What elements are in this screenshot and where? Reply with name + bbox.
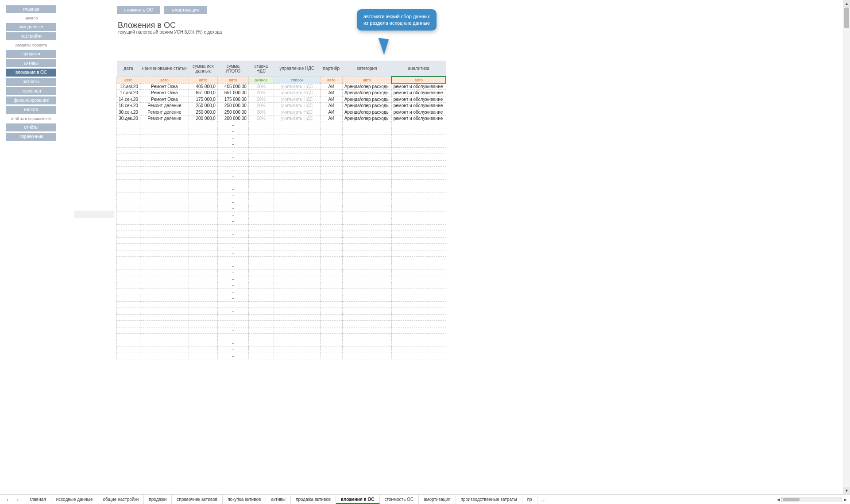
table-row-empty[interactable]: - [117, 135, 446, 141]
cell[interactable]: учитывать НДС [274, 90, 320, 96]
cell-empty[interactable]: - [217, 340, 248, 346]
cell-empty[interactable] [342, 340, 391, 346]
hscroll-right-arrow[interactable]: ▶ [842, 496, 848, 503]
cell-empty[interactable] [342, 244, 391, 250]
cell[interactable]: АИ [320, 115, 342, 122]
cell-empty[interactable] [391, 314, 446, 321]
cell-empty[interactable] [189, 173, 217, 180]
cell-empty[interactable] [140, 295, 189, 302]
cell-empty[interactable] [248, 250, 274, 257]
cell-empty[interactable] [320, 353, 342, 359]
table-row[interactable]: 14.сен.20Ремонт Окна175 000,0175 000,002… [117, 96, 446, 103]
cell-empty[interactable] [248, 154, 274, 161]
sidebar-item-7[interactable]: вложения в ОС [6, 69, 56, 77]
cell-empty[interactable] [320, 308, 342, 315]
cell-empty[interactable] [140, 334, 189, 340]
cell-empty[interactable] [248, 180, 274, 186]
table-row[interactable]: 30.дек.20Ремонт деление200 000,0200 000,… [117, 115, 446, 122]
cell-empty[interactable] [274, 212, 320, 218]
cell-empty[interactable] [274, 250, 320, 257]
cell-empty[interactable] [342, 199, 391, 205]
table-row-empty[interactable]: - [117, 314, 446, 321]
cell[interactable]: Ремонт Окна [140, 90, 189, 96]
cell-empty[interactable] [391, 321, 446, 327]
cell-empty[interactable] [274, 192, 320, 199]
cell-empty[interactable] [189, 154, 217, 161]
cell[interactable]: 20% [248, 96, 274, 103]
cell-empty[interactable] [140, 346, 189, 353]
cell[interactable]: 651 000,0 [189, 90, 217, 96]
cell-empty[interactable] [117, 289, 140, 295]
cell-empty[interactable] [140, 353, 189, 359]
cell-empty[interactable] [189, 346, 217, 353]
cell-empty[interactable] [248, 346, 274, 353]
cell-empty[interactable] [189, 231, 217, 238]
cell-empty[interactable] [248, 244, 274, 250]
cell[interactable]: ремонт и обслуживание [391, 90, 446, 96]
cell-empty[interactable]: - [217, 308, 248, 315]
cell-empty[interactable] [189, 180, 217, 186]
cell-empty[interactable] [189, 289, 217, 295]
cell-empty[interactable] [320, 289, 342, 295]
cell-empty[interactable] [274, 301, 320, 308]
cell-empty[interactable] [342, 141, 391, 148]
cell-empty[interactable] [189, 205, 217, 212]
cell-empty[interactable] [342, 173, 391, 180]
cell-empty[interactable] [320, 263, 342, 269]
cell-empty[interactable] [342, 167, 391, 173]
cell-empty[interactable] [342, 301, 391, 308]
cell-empty[interactable] [274, 346, 320, 353]
cell-empty[interactable] [274, 340, 320, 346]
cell-empty[interactable] [140, 154, 189, 161]
cell-empty[interactable] [248, 314, 274, 321]
hscroll-track[interactable] [781, 497, 842, 502]
scroll-down-arrow[interactable]: ▼ [843, 487, 850, 494]
cell-empty[interactable] [140, 289, 189, 295]
cell-empty[interactable]: - [217, 192, 248, 199]
cell-empty[interactable] [117, 308, 140, 315]
sheet-tab-3[interactable]: продажи [144, 495, 172, 504]
cell-empty[interactable] [117, 353, 140, 359]
sheet-tab-next[interactable]: › [16, 497, 18, 502]
cell-empty[interactable] [342, 180, 391, 186]
sidebar-item-11[interactable]: налоги [6, 106, 56, 114]
cell[interactable]: 20% [248, 103, 274, 109]
cell-empty[interactable] [140, 122, 189, 128]
cell[interactable]: Аренда/опер расходы [342, 83, 391, 90]
cell-empty[interactable] [320, 186, 342, 192]
cell-empty[interactable] [189, 122, 217, 128]
cell-empty[interactable] [248, 212, 274, 218]
cell-empty[interactable] [189, 237, 217, 244]
sheet-tab-0[interactable]: главная [25, 495, 51, 504]
cell-empty[interactable] [391, 353, 446, 359]
cell-empty[interactable] [342, 353, 391, 359]
cell-empty[interactable] [140, 308, 189, 315]
cell-empty[interactable] [342, 212, 391, 218]
top-button-1[interactable]: амортизация [164, 6, 207, 14]
cell-empty[interactable] [140, 141, 189, 148]
cell-empty[interactable] [189, 141, 217, 148]
sheet-tab-6[interactable]: активы [266, 495, 291, 504]
cell[interactable]: 20% [248, 90, 274, 96]
cell-empty[interactable] [248, 218, 274, 225]
table-row-empty[interactable]: - [117, 224, 446, 231]
cell-empty[interactable] [140, 340, 189, 346]
cell-empty[interactable] [189, 276, 217, 282]
cell-empty[interactable] [274, 135, 320, 141]
cell-empty[interactable] [117, 147, 140, 154]
cell[interactable]: ремонт и обслуживание [391, 115, 446, 122]
cell[interactable]: 405 000,00 [217, 83, 248, 90]
cell-empty[interactable] [140, 147, 189, 154]
cell-empty[interactable] [274, 353, 320, 359]
cell-empty[interactable] [274, 289, 320, 295]
table-row-empty[interactable]: - [117, 276, 446, 282]
cell-empty[interactable] [117, 205, 140, 212]
cell-empty[interactable] [342, 231, 391, 238]
cell-empty[interactable] [320, 295, 342, 302]
cell-empty[interactable] [342, 308, 391, 315]
cell-empty[interactable] [248, 167, 274, 173]
cell-empty[interactable] [391, 205, 446, 212]
table-row[interactable]: 17.авг.20Ремонт Окна651 000,0651 000,002… [117, 90, 446, 96]
cell-empty[interactable] [140, 231, 189, 238]
cell[interactable]: Аренда/опер расходы [342, 103, 391, 109]
